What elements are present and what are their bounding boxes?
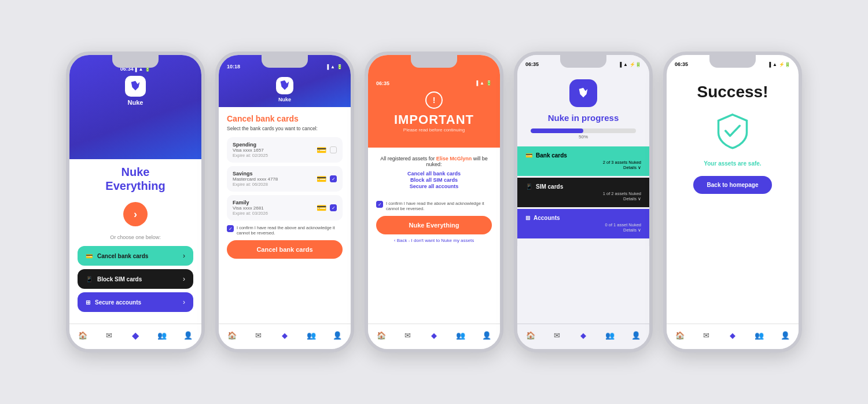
bank-details-4[interactable]: Details ∨: [525, 165, 641, 170]
nav-nuke-2[interactable]: ◆: [278, 329, 291, 342]
back-arrow-icon: ‹: [394, 238, 396, 243]
nav-mail-3[interactable]: ✉: [401, 329, 414, 342]
bank-card-icon: 💳: [86, 253, 93, 259]
bottom-nav-1: 🏠 ✉ ◆ 👥 👤: [69, 324, 201, 349]
nav-nuke-4[interactable]: ◆: [577, 329, 590, 342]
confirm-checkbox-3[interactable]: ✓: [376, 201, 383, 208]
nav-home-4[interactable]: 🏠: [524, 329, 537, 342]
card-savings[interactable]: Savings Mastercard xxxx 4778 Expire at: …: [227, 166, 343, 192]
cancel-cards-button[interactable]: Cancel bank cards: [227, 240, 343, 259]
nav-users-2[interactable]: 👥: [305, 329, 318, 342]
important-icon: !: [425, 91, 443, 109]
phone2-content: Cancel bank cards Select the bank cards …: [219, 107, 351, 266]
nav-profile-3[interactable]: 👤: [480, 329, 493, 342]
sim-details-4[interactable]: Details ∨: [525, 196, 641, 201]
status-bar-3: 06:35 ▐ ▲ 🔋: [368, 75, 500, 91]
progress-bar-container: [531, 128, 636, 133]
logo-label-2: Nuke: [278, 97, 291, 102]
nav-nuke-1[interactable]: ◆: [129, 329, 142, 342]
accounts-label-4: Accounts: [534, 215, 560, 221]
nuke-logo-4: [569, 79, 597, 107]
nav-nuke-5[interactable]: ◆: [726, 329, 739, 342]
cancel-cards-title: Cancel bank cards: [227, 114, 343, 123]
nav-home-5[interactable]: 🏠: [674, 329, 686, 342]
nav-profile-2[interactable]: 👤: [331, 329, 344, 342]
bank-label-4: Bank cards: [536, 152, 567, 159]
nav-users-3[interactable]: 👥: [454, 329, 467, 342]
accounts-count-4: 0 of 1 asset Nuked: [525, 222, 641, 227]
progress-label: 50%: [579, 134, 588, 139]
phone1-header: 06:34 ▐ ▲ 🔋 Nuke: [69, 55, 201, 159]
bottom-nav-5: 🏠 ✉ ◆ 👥 👤: [667, 324, 799, 349]
secure-accounts-menu-item[interactable]: ⊞ Secure accounts ›: [78, 292, 193, 312]
asset-section-accounts[interactable]: ⊞ Accounts 0 of 1 asset Nuked Details ∨: [517, 209, 649, 238]
asset-section-sim[interactable]: 📱 SIM cards 1 of 2 assets Nuked Details …: [517, 178, 649, 207]
accounts-icon: ⊞: [86, 299, 90, 306]
or-text: Or choose one below:: [110, 234, 161, 240]
checkbox-1[interactable]: ✓: [330, 175, 337, 182]
nuke-progress-title: Nuke in progress: [548, 113, 619, 123]
phone5-content: Success! Your assets are safe. Back to h…: [667, 71, 799, 205]
card-family[interactable]: Family Visa xxxx 2681 Expire at: 03/2026…: [227, 195, 343, 221]
safe-text: Your assets are safe.: [704, 160, 761, 167]
chevron-0: ›: [183, 252, 185, 260]
nav-users-5[interactable]: 👥: [753, 329, 766, 342]
nuke-item-1: Block all SIM cards: [410, 177, 458, 183]
phone-5: 06:35 ▐ ▲ ⚡🔋 Success! Your assets are sa…: [663, 52, 802, 352]
back-link-3[interactable]: ‹ Back - I don't want to Nuke my assets: [376, 238, 492, 243]
back-text-3: Back - I don't want to Nuke my assets: [397, 238, 475, 243]
card-spending[interactable]: Spending Visa xxxx 1657 Expire at: 02/20…: [227, 137, 343, 163]
nav-profile-5[interactable]: 👤: [779, 329, 792, 342]
nav-mail-5[interactable]: ✉: [700, 329, 712, 342]
checkbox-2[interactable]: ✓: [330, 204, 337, 211]
time-2: 10:18: [227, 64, 240, 69]
back-homepage-button[interactable]: Back to homepage: [693, 176, 773, 194]
logo-label-1: Nuke: [128, 99, 144, 106]
nav-mail-4[interactable]: ✉: [550, 329, 563, 342]
confirm-checkbox-2[interactable]: ✓: [227, 225, 234, 232]
phone4-top: 06:35 ▐ ▲ ⚡🔋: [517, 55, 649, 74]
nav-profile-1[interactable]: 👤: [182, 329, 194, 342]
sim-icon: 📱: [86, 276, 93, 282]
accounts-details-4[interactable]: Details ∨: [525, 227, 641, 233]
all-registered-text: All registered assets for Elise McGlynn …: [376, 156, 492, 167]
nuke-go-button[interactable]: ›: [123, 202, 148, 226]
phone-1: 06:34 ▐ ▲ 🔋 Nuke Nuke Everything › Or ch…: [66, 52, 205, 352]
confirm-text-3: I confirm I have read the above and ackn…: [386, 201, 492, 211]
nav-profile-4[interactable]: 👤: [630, 329, 642, 342]
nav-home-2[interactable]: 🏠: [226, 329, 238, 342]
nav-users-4[interactable]: 👥: [604, 329, 616, 342]
confirm-row-2[interactable]: ✓ I confirm I have read the above and ac…: [227, 225, 343, 236]
cancel-bank-cards-menu-item[interactable]: 💳 Cancel bank cards ›: [78, 246, 193, 266]
nav-mail-1[interactable]: ✉: [102, 329, 115, 342]
block-sim-menu-item[interactable]: 📱 Block SIM cards ›: [78, 269, 193, 289]
nav-home-3[interactable]: 🏠: [375, 329, 388, 342]
asset-section-bank[interactable]: 💳 Bank cards 2 of 3 assets Nuked Details…: [517, 146, 649, 176]
nav-home-1[interactable]: 🏠: [76, 329, 89, 342]
confirm-text-2: I confirm I have read the above and ackn…: [237, 225, 343, 236]
phone-3: 06:35 ▐ ▲ 🔋 ! IMPORTANT Please read befo…: [365, 52, 503, 352]
confirm-row-3[interactable]: ✓ I confirm I have read the above and ac…: [376, 201, 492, 211]
nuke-everything-title: Nuke Everything: [105, 165, 165, 193]
nav-nuke-3[interactable]: ◆: [428, 329, 440, 342]
success-title: Success!: [697, 83, 768, 101]
time-4: 06:35: [525, 61, 539, 67]
nav-users-1[interactable]: 👥: [156, 329, 168, 342]
sim-icon-4: 📱: [525, 183, 532, 190]
important-title: IMPORTANT: [394, 112, 474, 127]
menu-label-1: Block SIM cards: [97, 276, 142, 282]
nuke-everything-button[interactable]: Nuke Everything: [376, 216, 492, 234]
card-type-icon-1: 💳: [317, 174, 326, 183]
phone1-content: Nuke Everything › Or choose one below: 💳…: [69, 159, 201, 321]
checkbox-0[interactable]: [330, 146, 337, 153]
shield-icon-5: [712, 111, 753, 151]
progress-bar-fill: [531, 128, 583, 133]
time-3: 06:35: [376, 80, 389, 86]
status-icons-1: ▐ ▲ 🔋: [134, 67, 151, 72]
bottom-nav-4: 🏠 ✉ ◆ 👥 👤: [517, 324, 649, 349]
menu-label-0: Cancel bank cards: [97, 253, 148, 259]
please-read-text: Please read before continuing: [403, 127, 465, 133]
status-bar-4: 06:35 ▐ ▲ ⚡🔋: [517, 55, 649, 71]
phone4-content: Nuke in progress 50% 💳 Bank cards 2 of 3…: [517, 74, 649, 246]
nav-mail-2[interactable]: ✉: [252, 329, 264, 342]
